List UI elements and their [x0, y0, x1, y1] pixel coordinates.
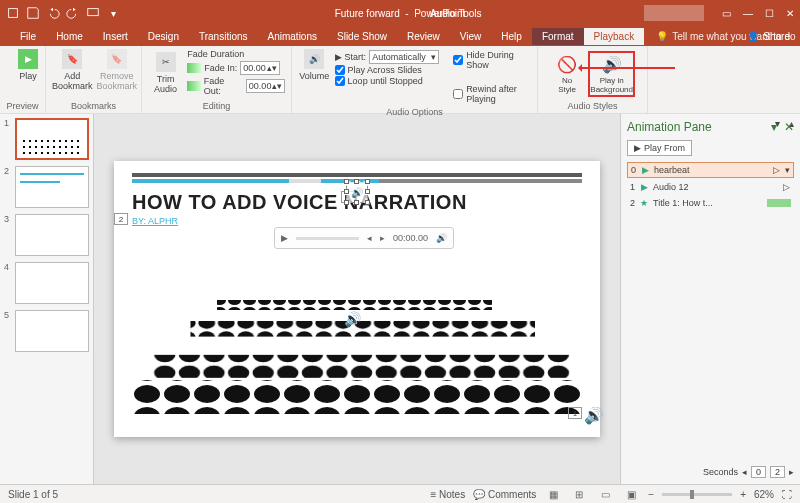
slide: 2 0 🔊 ▶ ◂ ▸ 00:00.00 🔊 HOW TO ADD VOICE …: [114, 161, 600, 437]
play-from-icon: ▶: [634, 143, 641, 153]
slide-thumbnails: 1 2 3 4 5: [0, 114, 94, 484]
play-from-button[interactable]: ▶Play From: [627, 140, 692, 156]
redo-icon[interactable]: [66, 6, 80, 20]
ribbon: ▶ Play Preview 🔖Add Bookmark 🔖Remove Boo…: [0, 46, 800, 114]
media-icon: ▷: [771, 165, 781, 175]
start-icon: ▶: [335, 52, 342, 62]
anim-pane-title: Animation Pane: [627, 120, 712, 134]
thumb-3[interactable]: 3: [4, 214, 89, 256]
thumb-4[interactable]: 4: [4, 262, 89, 304]
seconds-prev-icon[interactable]: ◂: [742, 467, 747, 477]
maximize-icon[interactable]: ☐: [765, 8, 774, 19]
tab-file[interactable]: File: [10, 28, 46, 45]
autosave-icon[interactable]: [6, 6, 20, 20]
save-icon[interactable]: [26, 6, 40, 20]
tab-help[interactable]: Help: [491, 28, 532, 45]
audio-icon-center[interactable]: 🔊: [344, 311, 361, 327]
bookmarks-group-label: Bookmarks: [52, 101, 135, 111]
volume-icon: 🔊: [304, 49, 324, 69]
bookmark-add-icon: 🔖: [62, 49, 82, 69]
user-account[interactable]: [644, 5, 704, 21]
player-play-icon[interactable]: ▶: [281, 233, 288, 243]
fade-out-icon: [187, 81, 201, 91]
player-volume-icon[interactable]: 🔊: [436, 233, 447, 243]
tab-home[interactable]: Home: [46, 28, 93, 45]
anim-pane-dropdown-icon[interactable]: ▾: [771, 120, 777, 134]
callout-arrow: [580, 67, 675, 69]
contextual-tab-label: Audio Tools: [420, 0, 492, 26]
trim-icon: ✂: [156, 52, 176, 72]
trim-audio-button[interactable]: ✂Trim Audio: [148, 49, 183, 97]
remove-bookmark-button: 🔖Remove Bookmark: [97, 49, 138, 91]
fit-to-window-icon[interactable]: ⛶: [782, 489, 792, 500]
sorter-view-icon[interactable]: ⊞: [570, 487, 588, 501]
media-icon: ▷: [781, 182, 791, 192]
tab-review[interactable]: Review: [397, 28, 450, 45]
play-in-background-button[interactable]: 🔊Play in Background: [588, 51, 635, 97]
thumb-2[interactable]: 2: [4, 166, 89, 208]
player-next-icon[interactable]: ▸: [380, 233, 385, 243]
item-menu-icon[interactable]: ▾: [785, 165, 790, 175]
undo-icon[interactable]: [46, 6, 60, 20]
thumb-5[interactable]: 5: [4, 310, 89, 352]
svg-rect-4: [191, 321, 536, 337]
share-button[interactable]: 👤Share: [747, 31, 790, 42]
player-prev-icon[interactable]: ◂: [367, 233, 372, 243]
play-button[interactable]: ▶ Play: [6, 49, 50, 81]
close-icon[interactable]: ✕: [786, 8, 794, 19]
normal-view-icon[interactable]: ▦: [544, 487, 562, 501]
start-from-beginning-icon[interactable]: [86, 6, 100, 20]
audio-object[interactable]: 🔊: [346, 181, 368, 203]
notes-button[interactable]: ≡ Notes: [430, 489, 465, 500]
slideshow-view-icon[interactable]: ▣: [622, 487, 640, 501]
tab-insert[interactable]: Insert: [93, 28, 138, 45]
zoom-out-icon[interactable]: −: [648, 489, 654, 500]
seconds-next-icon[interactable]: ▸: [789, 467, 794, 477]
audio-player[interactable]: ▶ ◂ ▸ 00:00.00 🔊: [274, 227, 454, 249]
anim-item-0[interactable]: 0▶ hearbeat▷ ▾: [627, 162, 794, 178]
star-icon: ★: [639, 198, 649, 208]
add-bookmark-button[interactable]: 🔖Add Bookmark: [52, 49, 93, 91]
ribbon-options-icon[interactable]: ▭: [722, 8, 731, 19]
anim-pane-close-icon[interactable]: ✕: [784, 120, 794, 134]
fade-in-icon: [187, 63, 201, 73]
anim-item-2[interactable]: 2★ Title 1: How t...: [627, 196, 794, 210]
svg-rect-3: [217, 300, 492, 310]
fade-out-input[interactable]: 00.00▴▾: [246, 79, 285, 93]
tab-transitions[interactable]: Transitions: [189, 28, 258, 45]
reading-view-icon[interactable]: ▭: [596, 487, 614, 501]
audio-icon-bottom-right[interactable]: 🔊: [584, 406, 604, 425]
play-across-check[interactable]: [335, 65, 345, 75]
minimize-icon[interactable]: —: [743, 8, 753, 19]
comments-button[interactable]: 💬 Comments: [473, 489, 536, 500]
play-icon: ▶: [18, 49, 38, 69]
start-select[interactable]: Automatically▾: [369, 50, 439, 64]
thumb-1[interactable]: 1: [4, 118, 89, 160]
bookmark-remove-icon: 🔖: [107, 49, 127, 69]
rewind-check[interactable]: [453, 89, 463, 99]
slide-anim-marker-2: 2: [114, 213, 128, 225]
audio-styles-group-label: Audio Styles: [544, 101, 641, 111]
hide-show-check[interactable]: [453, 55, 463, 65]
slide-canvas: 2 0 🔊 ▶ ◂ ▸ 00:00.00 🔊 HOW TO ADD VOICE …: [94, 114, 620, 484]
loop-check[interactable]: [335, 76, 345, 86]
anim-item-1[interactable]: 1▶ Audio 12▷: [627, 180, 794, 194]
zoom-slider[interactable]: [662, 493, 732, 496]
volume-button[interactable]: 🔊Volume: [298, 49, 331, 81]
tab-format[interactable]: Format: [532, 28, 584, 45]
zoom-level[interactable]: 62%: [754, 489, 774, 500]
no-style-button[interactable]: 🚫No Style: [550, 51, 584, 97]
workspace: 1 2 3 4 5 2 0 🔊 ▶ ◂ ▸ 00:00.00: [0, 114, 800, 484]
speaker-icon: 🔊: [602, 55, 622, 74]
tab-slideshow[interactable]: Slide Show: [327, 28, 397, 45]
tab-playback[interactable]: Playback: [584, 28, 645, 45]
svg-rect-6: [132, 380, 582, 414]
zoom-in-icon[interactable]: +: [740, 489, 746, 500]
fade-in-input[interactable]: 00.00▴▾: [240, 61, 280, 75]
tab-design[interactable]: Design: [138, 28, 189, 45]
animation-pane: Animation Pane ▾ ✕ ▶Play From ▴ ▾ 0▶ hea…: [620, 114, 800, 484]
tab-view[interactable]: View: [450, 28, 492, 45]
svg-rect-1: [88, 9, 99, 16]
tab-animations[interactable]: Animations: [258, 28, 327, 45]
qat-more-icon[interactable]: ▾: [106, 6, 120, 20]
